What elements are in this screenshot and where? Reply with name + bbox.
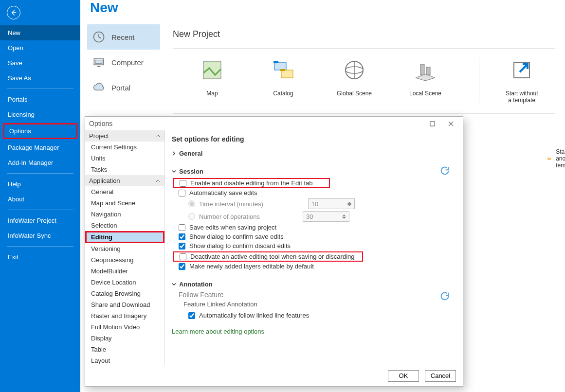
side-item-help[interactable]: Help (0, 177, 80, 192)
folder-open-icon (547, 155, 551, 162)
tab-portal[interactable]: Portal (87, 75, 160, 100)
svg-rect-4 (274, 62, 286, 70)
section-annotation[interactable]: Annotation (172, 281, 456, 288)
lbl-follow-feature: Follow Feature (179, 291, 456, 299)
page-title: New (90, 0, 565, 16)
arrow-out-icon (510, 58, 533, 82)
category-header-project[interactable]: Project (85, 130, 164, 142)
template-local-scene-label: Local Scene (401, 90, 450, 97)
side-item-infowater-project[interactable]: InfoWater Project (0, 213, 80, 228)
templates-panel: Map Catalog Global Scene Local Scene (173, 48, 555, 114)
chk-auto-follow[interactable] (188, 312, 195, 319)
chk-auto-save[interactable] (179, 190, 185, 196)
cat-full-motion-video[interactable]: Full Motion Video (85, 321, 164, 333)
cat-geoprocessing[interactable]: Geoprocessing (85, 254, 164, 266)
template-local-scene[interactable]: Local Scene (401, 58, 450, 104)
spin-num-ops: 30 (303, 211, 349, 222)
template-catalog[interactable]: Catalog (259, 58, 308, 104)
lbl-feature-linked: Feature Linked Annotation (183, 301, 456, 308)
ok-button[interactable]: OK (388, 370, 419, 382)
cat-catalog-browsing[interactable]: Catalog Browsing (85, 288, 164, 299)
radio-num-ops (188, 213, 195, 220)
chk-make-editable[interactable] (179, 263, 185, 270)
tab-portal-label: Portal (111, 84, 130, 92)
cat-map-and-scene[interactable]: Map and Scene (85, 197, 164, 209)
start-another-template[interactable]: Start with another template (547, 148, 565, 169)
cat-device-location[interactable]: Device Location (85, 277, 164, 288)
side-item-save-as[interactable]: Save As (0, 71, 80, 86)
start-tab-column: Recent Computer Portal (87, 24, 160, 100)
side-item-portals[interactable]: Portals (0, 92, 80, 107)
template-without[interactable]: Start without a template (503, 58, 540, 104)
side-item-package-manager[interactable]: Package Manager (0, 140, 80, 155)
cat-raster-imagery[interactable]: Raster and Imagery (85, 310, 164, 321)
dialog-footer: OK Cancel (85, 365, 463, 386)
template-global-scene[interactable]: Global Scene (330, 58, 379, 104)
section-session[interactable]: Session (172, 168, 456, 175)
side-item-new[interactable]: New (0, 25, 80, 40)
back-button[interactable] (7, 6, 20, 19)
options-dialog: Options Project Current Settings Units T… (85, 116, 463, 387)
chevron-down-icon (172, 169, 176, 174)
template-map-label: Map (188, 90, 237, 97)
reset-session-icon[interactable] (439, 165, 450, 176)
chk-deactivate-tool[interactable] (180, 253, 186, 260)
template-global-scene-label: Global Scene (330, 90, 379, 97)
svg-rect-6 (281, 70, 293, 78)
chevron-up-icon (156, 178, 161, 183)
computer-icon (92, 55, 106, 69)
highlight-deactivate: Deactivate an active editing tool when s… (173, 251, 363, 262)
lbl-save-on-project: Save edits when saving project (189, 224, 276, 231)
side-item-add-in-manager[interactable]: Add-In Manager (0, 155, 80, 170)
lbl-deactivate: Deactivate an active editing tool when s… (190, 253, 354, 260)
clock-icon (92, 30, 106, 44)
cat-tasks[interactable]: Tasks (85, 164, 164, 175)
cancel-button[interactable]: Cancel (425, 370, 456, 382)
chk-save-on-project[interactable] (179, 224, 185, 231)
svg-rect-11 (426, 67, 430, 75)
reset-annotation-icon[interactable] (439, 291, 450, 302)
link-learn-more[interactable]: Learn more about editing options (172, 328, 456, 335)
cat-table[interactable]: Table (85, 344, 164, 355)
catalog-icon (272, 58, 295, 82)
cat-share-download[interactable]: Share and Download (85, 299, 164, 310)
chk-enable-disable-editing[interactable] (180, 180, 186, 187)
side-item-exit[interactable]: Exit (0, 249, 80, 265)
close-button[interactable] (441, 117, 460, 130)
cat-selection[interactable]: Selection (85, 220, 164, 231)
template-without-label: Start without a template (503, 90, 540, 104)
svg-rect-2 (95, 60, 102, 64)
maximize-button[interactable] (423, 117, 441, 130)
chk-confirm-discard[interactable] (179, 243, 185, 249)
lbl-confirm-discard: Show dialog to confirm discard edits (189, 242, 291, 249)
cat-general[interactable]: General (85, 186, 164, 197)
lbl-auto-save: Automatically save edits (189, 189, 257, 196)
side-item-infowater-sync[interactable]: InfoWater Sync (0, 228, 80, 243)
content-heading: Set options for editing (172, 135, 456, 143)
tab-recent[interactable]: Recent (87, 24, 160, 50)
options-category-list[interactable]: Project Current Settings Units Tasks App… (85, 130, 165, 365)
category-header-application[interactable]: Application (85, 175, 164, 186)
chk-confirm-save[interactable] (179, 233, 185, 240)
cat-layout[interactable]: Layout (85, 355, 164, 365)
template-map[interactable]: Map (188, 58, 237, 104)
lbl-make-editable: Make newly added layers editable by defa… (189, 263, 314, 270)
side-item-options[interactable]: Options (3, 123, 77, 139)
cat-modelbuilder[interactable]: ModelBuilder (85, 266, 164, 277)
section-general[interactable]: General (172, 150, 456, 157)
cat-versioning[interactable]: Versioning (85, 243, 164, 254)
cat-current-settings[interactable]: Current Settings (85, 142, 164, 153)
side-item-about[interactable]: About (0, 192, 80, 207)
tab-computer[interactable]: Computer (87, 50, 160, 75)
cat-navigation[interactable]: Navigation (85, 209, 164, 220)
cat-display[interactable]: Display (85, 333, 164, 344)
cat-units[interactable]: Units (85, 153, 164, 164)
cloud-icon (92, 81, 106, 94)
svg-rect-5 (273, 61, 278, 63)
side-item-save[interactable]: Save (0, 55, 80, 71)
side-item-open[interactable]: Open (0, 40, 80, 55)
lbl-num-ops: Number of operations (199, 213, 260, 220)
map-icon (200, 58, 224, 82)
side-item-licensing[interactable]: Licensing (0, 107, 80, 122)
cat-editing[interactable]: Editing (85, 231, 164, 243)
